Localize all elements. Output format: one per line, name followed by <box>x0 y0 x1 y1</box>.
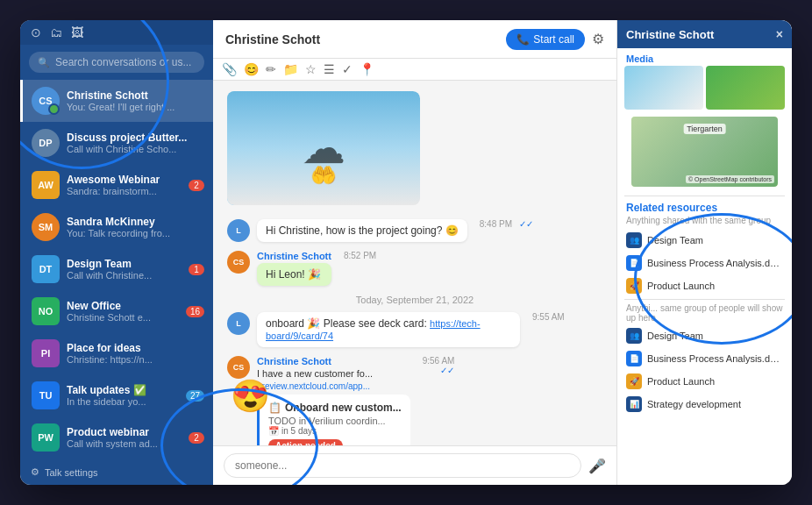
avatar-pw: PW <box>32 423 60 452</box>
task-sub: TODO in Verilium coordin... <box>268 416 402 426</box>
resource-product-launch[interactable]: 🚀 Product Launch <box>617 274 792 297</box>
separator-2 <box>624 299 785 300</box>
conv-item-talk-updates[interactable]: TU Talk updates ✅ In the sidebar yo... 2… <box>20 374 213 416</box>
folder-icon[interactable]: 🗂 <box>50 25 62 39</box>
conv-preview: Call with Christine Scho... <box>67 144 204 154</box>
conversation-list: CS Christine Schott You: Great! I'll get… <box>20 80 213 459</box>
action-needed-badge: Action needed <box>268 439 343 445</box>
chat-messages: ☁ 🤲 L Hi Christine, how is the project g… <box>213 81 616 445</box>
badge: 1 <box>189 264 204 275</box>
panel-title: Christine Schott <box>626 28 714 41</box>
avatar-talk: TU <box>32 381 60 409</box>
image-icon[interactable]: 🖼 <box>71 25 83 39</box>
map-thumbnail: Tiergarten © OpenStreetMap contributors <box>631 117 778 187</box>
media-grid <box>617 66 792 117</box>
msg-sender: Christine Schott <box>257 356 410 366</box>
msg-text: Hi Leon! 🎉 <box>266 268 321 281</box>
resource-strategy[interactable]: 📊 Strategy development <box>617 393 792 416</box>
launch-icon: 🚀 <box>626 278 642 294</box>
msg-row-reply: CS Christine Schott Hi Leon! 🎉 8:52 PM <box>227 251 602 286</box>
conv-item-product-webinar[interactable]: PW Product webinar Call with system ad..… <box>20 416 213 459</box>
app-wrapper: ⊙ 🗂 🖼 🔍 CS Christine Schott You: Great! … <box>20 20 792 485</box>
avatar-christine: CS <box>32 87 60 115</box>
resource-bpa[interactable]: 📄 Business Process Analysis.docx <box>617 252 792 274</box>
resource-bpa-2[interactable]: 📄 Business Process Analysis.docx <box>617 347 792 370</box>
search-input[interactable] <box>55 56 196 68</box>
conv-item-christine[interactable]: CS Christine Schott You: Great! I'll get… <box>20 80 213 122</box>
conv-item-new-office[interactable]: NO New Office Christine Schott e... 16 <box>20 290 213 332</box>
conv-item-discuss[interactable]: DP Discuss project Butter... Call with C… <box>20 122 213 164</box>
msg-customer-text: I have a new customer fo... <box>257 368 410 379</box>
map-attribution: © OpenStreetMap contributors <box>686 175 774 183</box>
attach-icon[interactable]: 📎 <box>222 62 237 76</box>
edit-icon[interactable]: ✏ <box>266 62 276 76</box>
conv-preview: Call with system ad... <box>67 438 182 449</box>
start-call-button[interactable]: 📞 Start call <box>506 29 585 50</box>
message-input[interactable] <box>224 453 581 478</box>
conv-name: Place for ideas <box>67 342 204 354</box>
header-actions: 📞 Start call ⚙ <box>506 29 604 50</box>
mic-icon[interactable]: 🎤 <box>588 458 606 474</box>
task-card: 📋 Onboard new custom... TODO in Verilium… <box>257 395 410 445</box>
conv-name: Discuss project Butter... <box>67 132 204 144</box>
settings-icon[interactable]: ⚙ <box>592 31 604 47</box>
related-resources-sub: Anything shared with the same group <box>617 216 792 229</box>
avatar-webinar: AW <box>32 171 60 199</box>
task-title: 📋 Onboard new custom... <box>268 402 402 414</box>
check-icon[interactable]: ✓ <box>342 62 353 76</box>
avatar-design: DT <box>32 255 60 283</box>
conv-preview: Christine: https://n... <box>67 354 204 365</box>
settings-label: Talk settings <box>45 467 98 478</box>
avatar-office: NO <box>32 297 60 325</box>
location-icon[interactable]: 📍 <box>360 62 374 76</box>
close-panel-button[interactable]: × <box>776 27 783 41</box>
conv-item-webinar[interactable]: AW Awesome Webinar Sandra: brainstorm...… <box>20 164 213 206</box>
msg-row-hi: L Hi Christine, how is the project going… <box>227 219 602 242</box>
home-icon[interactable]: ⊙ <box>31 25 41 39</box>
avatar-discuss: DP <box>32 129 60 157</box>
conv-item-design-team[interactable]: DT Design Team Call with Christine... 1 <box>20 248 213 290</box>
resource-name: Business Process Analysis.docx <box>647 258 783 268</box>
avatar-christine-task: CS <box>227 356 250 379</box>
preview-link[interactable]: preview.nextcloud.com/app... <box>257 381 410 391</box>
check-icon: ✓✓ <box>519 219 533 229</box>
emoji-icon[interactable]: 😊 <box>244 62 259 76</box>
chat-contact-name: Christine Schott <box>225 32 320 46</box>
conv-preview: You: Talk recording fro... <box>67 228 204 238</box>
strategy-icon: 📊 <box>626 396 642 412</box>
list-icon[interactable]: ☰ <box>324 62 335 76</box>
resource-name: Design Team <box>647 235 703 245</box>
badge: 16 <box>186 306 204 317</box>
group-icon: 👥 <box>626 232 642 248</box>
resource-design-team[interactable]: 👥 Design Team <box>617 229 792 252</box>
resource-product-launch-2[interactable]: 🚀 Product Launch <box>617 370 792 393</box>
days-indicator: 📅 in 5 days <box>268 426 402 436</box>
sidebar-top-icons: ⊙ 🗂 🖼 <box>20 20 213 45</box>
avatar-christine-small: CS <box>227 251 250 274</box>
start-call-label: Start call <box>533 33 574 46</box>
msg-row-onboard: L onboard 🎉 Please see deck card: https:… <box>227 312 602 347</box>
chat-header: Christine Schott 📞 Start call ⚙ <box>213 20 616 59</box>
msg-bubble: Hi Christine, how is the project going? … <box>257 219 467 242</box>
resource-design-team-2[interactable]: 👥 Design Team <box>617 324 792 347</box>
msg-time: 9:56 AM <box>423 356 455 366</box>
msg-bubble-link: onboard 🎉 Please see deck card: https://… <box>257 312 520 347</box>
conv-item-sandra[interactable]: SM Sandra McKinney You: Talk recording f… <box>20 206 213 248</box>
separator <box>624 196 785 196</box>
related-resources-title: Related resources <box>617 198 792 216</box>
msg-time: 8:48 PM <box>480 219 512 229</box>
search-bar[interactable]: 🔍 <box>29 52 204 73</box>
search-icon: 🔍 <box>38 57 50 68</box>
star-icon[interactable]: ☆ <box>305 62 317 76</box>
msg-text: Hi Christine, how is the project going? … <box>266 224 459 237</box>
files-icon[interactable]: 📁 <box>283 62 298 76</box>
conv-item-ideas[interactable]: PI Place for ideas Christine: https://n.… <box>20 332 213 374</box>
media-thumb-1 <box>624 66 703 110</box>
gear-icon: ⚙ <box>31 466 39 478</box>
conv-name: Design Team <box>67 258 182 270</box>
talk-settings[interactable]: ⚙ Talk settings <box>20 459 213 485</box>
image-msg: ☁ 🤲 <box>227 91 602 212</box>
badge: 2 <box>189 180 204 191</box>
conv-preview: In the sidebar yo... <box>67 396 179 407</box>
right-panel-body: Media Tiergarten © OpenStreetMap contrib… <box>617 48 792 485</box>
